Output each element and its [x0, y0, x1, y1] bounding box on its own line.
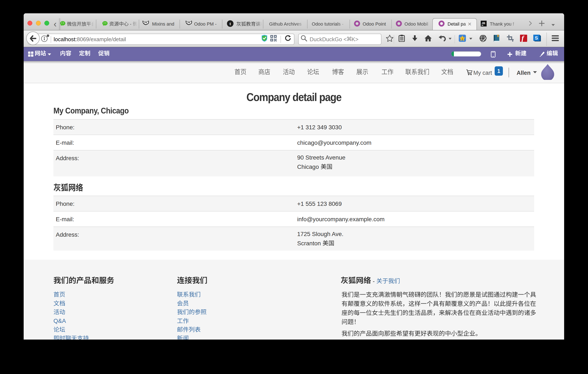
svg-text:S: S	[535, 35, 538, 41]
svg-text:JB: JB	[482, 21, 485, 25]
svg-text:t: t	[230, 21, 231, 26]
svg-text:z: z	[462, 38, 463, 41]
